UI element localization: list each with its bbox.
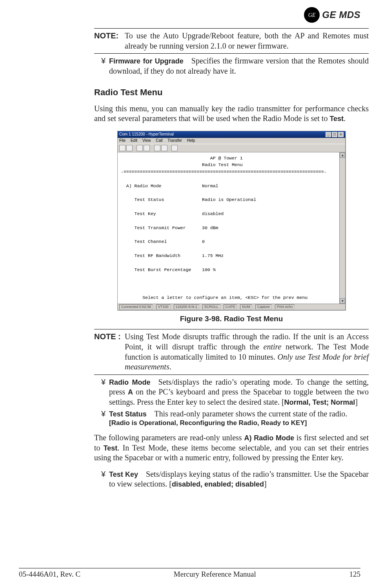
menu-item[interactable]: Call <box>156 138 162 143</box>
scrollbar[interactable]: ▴ ▾ <box>339 152 345 304</box>
brand-logo: GE GE MDS <box>304 7 360 23</box>
menu-item[interactable]: Help <box>187 138 195 143</box>
toolbar-icon[interactable] <box>161 145 167 151</box>
toolbar-icon[interactable] <box>171 145 178 151</box>
note-body: To use the Auto Upgrade/Reboot feature, … <box>125 31 369 51</box>
note-body: Using Test Mode disrupts traffic through… <box>125 332 369 372</box>
bullet-text: Test Status This read-only parameter sho… <box>109 409 369 427</box>
bullet-text: Firmware for Upgrade Specifies the firmw… <box>109 56 369 76</box>
scroll-up-icon[interactable]: ▴ <box>340 152 345 158</box>
toolbar-icon[interactable] <box>119 145 126 151</box>
menu-item[interactable]: Transfer <box>167 138 182 143</box>
terminal-window: Com 1 115200 - HyperTerminal _ □ × File … <box>117 131 346 310</box>
page-footer: 05-4446A01, Rev. C Mercury Reference Man… <box>19 568 360 579</box>
status-segment: Connected 0:02:36 <box>119 304 153 310</box>
toolbar-icon[interactable] <box>144 145 150 151</box>
divider <box>94 329 369 329</box>
toolbar-icon[interactable] <box>154 145 160 151</box>
brand-text: GE MDS <box>322 9 360 20</box>
option-name: Radio Mode <box>109 378 151 386</box>
terminal-text: AP @ Tower 1 Radio Test Menu -==========… <box>121 155 342 301</box>
menu-item[interactable]: View <box>142 138 151 143</box>
status-segment: NUM <box>240 304 252 310</box>
page: GE GE MDS NOTE: To use the Auto Upgrade/… <box>0 0 384 588</box>
menu-bar: File Edit View Call Transfer Help <box>118 138 345 144</box>
bullet-icon: ¥ <box>101 56 109 66</box>
toolbar-icon[interactable] <box>126 145 133 151</box>
section-heading-radio-test-menu: Radio Test Menu <box>94 87 369 98</box>
divider <box>94 375 369 375</box>
status-segment: 115200 8-N-1 <box>174 304 199 310</box>
status-segment: Print echo <box>275 304 295 310</box>
bullet-text: Test Key Sets/displays keying status of … <box>109 469 369 489</box>
bullet-test-status: ¥ Test Status This read-only parameter s… <box>101 409 369 427</box>
bullet-firmware-for-upgrade: ¥ Firmware for Upgrade Specifies the fir… <box>101 56 369 76</box>
note-label: NOTE: <box>94 31 125 41</box>
toolbar-icon[interactable] <box>136 145 143 151</box>
mid-paragraph: The following parameters are read-only u… <box>94 433 369 463</box>
status-segment: CAPS <box>224 304 237 310</box>
divider <box>94 53 369 54</box>
bullet-icon: ¥ <box>101 409 109 419</box>
figure-caption: Figure 3-98. Radio Test Menu <box>94 314 369 324</box>
maximize-icon[interactable]: □ <box>332 132 337 137</box>
status-bar: Connected 0:02:36 VT100 115200 8-N-1 SCR… <box>118 304 345 310</box>
bullet-icon: ¥ <box>101 377 109 387</box>
minimize-icon[interactable]: _ <box>326 132 331 137</box>
scroll-down-icon[interactable]: ▾ <box>340 298 345 304</box>
svg-text:GE: GE <box>308 12 316 18</box>
title-bar: Com 1 115200 - HyperTerminal _ □ × <box>118 131 345 138</box>
option-values: [Radio is Operational, Reconfiguring the… <box>109 419 369 427</box>
status-segment: VT100 <box>156 304 171 310</box>
bullet-test-key: ¥ Test Key Sets/displays keying status o… <box>101 469 369 489</box>
status-segment: Capture <box>255 304 272 310</box>
footer-left: 05-4446A01, Rev. C <box>19 570 80 579</box>
status-segment: SCROLL <box>202 304 220 310</box>
menu-item[interactable]: Edit <box>131 138 137 143</box>
divider <box>94 28 369 29</box>
window-title: Com 1 115200 - HyperTerminal <box>119 132 174 137</box>
ge-monogram-icon: GE <box>304 7 320 23</box>
option-name: Test Key <box>109 470 138 478</box>
bullet-icon: ¥ <box>101 469 109 479</box>
content-column: NOTE: To use the Auto Upgrade/Reboot fea… <box>94 28 369 489</box>
intro-paragraph: Using this menu, you can manually key th… <box>94 104 369 124</box>
bullet-radio-mode: ¥ Radio Mode Sets/displays the radio’s o… <box>101 377 369 407</box>
note-block-1: NOTE: To use the Auto Upgrade/Reboot fea… <box>94 31 369 51</box>
note-block-2: NOTE : Using Test Mode disrupts traffic … <box>94 332 369 372</box>
option-name: Firmware for Upgrade <box>109 57 184 65</box>
footer-center: Mercury Reference Manual <box>174 570 256 579</box>
bullet-text: Radio Mode Sets/displays the radio’s ope… <box>109 377 369 407</box>
tool-bar <box>118 144 345 152</box>
menu-item[interactable]: File <box>119 138 126 143</box>
footer-right: 125 <box>349 570 360 579</box>
option-name: Test Status <box>109 410 147 418</box>
note-label: NOTE : <box>94 332 125 342</box>
close-icon[interactable]: × <box>338 132 344 137</box>
terminal-body: AP @ Tower 1 Radio Test Menu -==========… <box>118 152 345 304</box>
